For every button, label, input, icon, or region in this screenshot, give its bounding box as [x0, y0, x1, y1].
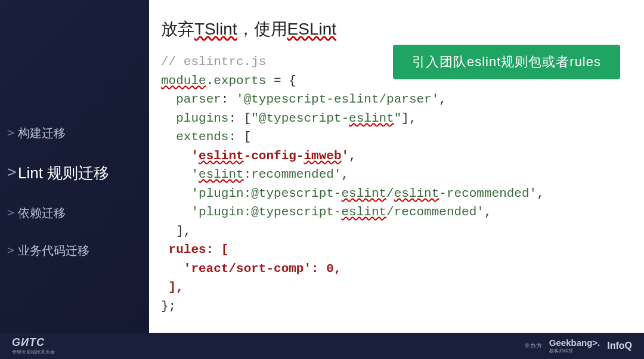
code-exports: exports — [213, 74, 266, 88]
footer: GИTC 全球大前端技术大会 主办方 Geekbang>. 极客邦科技 Info… — [0, 333, 644, 359]
heading-mid: ，使用 — [237, 20, 287, 38]
code-comment: // eslintrc.js — [161, 55, 266, 69]
sidebar-item-build: 构建迁移 — [0, 119, 149, 147]
footer-sponsors: 主办方 Geekbang>. 极客邦科技 InfoQ — [524, 338, 632, 354]
heading: 放弃TSlint，使用ESLint — [161, 18, 626, 41]
sidebar-item-biz: 业务代码迁移 — [0, 237, 149, 265]
code-block: // eslintrc.js module.exports = { parser… — [161, 52, 626, 315]
sidebar: 构建迁移 Lint 规则迁移 依赖迁移 业务代码迁移 — [0, 0, 149, 359]
footer-logo: GИTC 全球大前端技术大会 — [12, 336, 55, 355]
heading-ul2: ESLint — [287, 20, 337, 38]
sidebar-item-lint: Lint 规则迁移 — [0, 157, 149, 190]
heading-prefix: 放弃 — [161, 20, 194, 38]
heading-ul1: TSlint — [194, 20, 237, 38]
brand-geekbang: Geekbang>. — [549, 338, 600, 348]
brand-infoq: InfoQ — [607, 341, 632, 351]
content: 放弃TSlint，使用ESLint 引入团队eslint规则包或者rules /… — [149, 0, 644, 359]
code-module: module — [161, 74, 206, 88]
callout-banner: 引入团队eslint规则包或者rules — [393, 45, 620, 79]
slide: 构建迁移 Lint 规则迁移 依赖迁移 业务代码迁移 放弃TSlint，使用ES… — [0, 0, 644, 359]
sidebar-item-deps: 依赖迁移 — [0, 199, 149, 227]
